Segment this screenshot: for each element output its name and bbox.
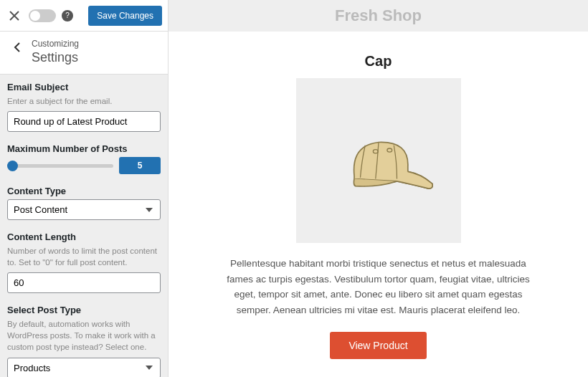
slider-value-badge: 5 — [119, 157, 161, 174]
content-length-label: Content Length — [7, 232, 161, 242]
preview-toggle[interactable] — [29, 9, 56, 22]
email-subject-input[interactable] — [7, 111, 161, 132]
content-type-label: Content Type — [7, 186, 161, 196]
preview-pane: Fresh Shop Cap Pellentesque habitant mor… — [169, 0, 588, 377]
max-posts-slider: 5 — [7, 157, 161, 174]
content-length-input[interactable] — [7, 272, 161, 293]
slider-thumb[interactable] — [7, 161, 18, 171]
preview-header: Fresh Shop — [169, 0, 588, 32]
chevron-left-icon — [14, 42, 21, 53]
panel-overline: Customizing — [32, 39, 79, 49]
product-image — [296, 78, 461, 243]
preview-body: Cap Pellentesque habitant morbi tristiqu… — [169, 32, 588, 377]
shop-brand: Fresh Shop — [335, 6, 422, 25]
content-type-select[interactable]: Post Content — [7, 199, 161, 220]
email-subject-label: Email Subject — [7, 82, 161, 92]
cap-icon — [318, 114, 440, 207]
content-length-hint: Number of words to limit the post conten… — [7, 245, 161, 268]
panel-title-block: Customizing Settings — [32, 39, 79, 65]
fields-container: Email Subject Enter a subject for the em… — [0, 75, 168, 377]
panel-header: Customizing Settings — [0, 32, 168, 75]
field-post-type: Select Post Type By default, automation … — [7, 305, 161, 377]
post-type-select[interactable]: Products — [7, 358, 161, 377]
post-type-label: Select Post Type — [7, 305, 161, 315]
help-icon[interactable]: ? — [62, 10, 73, 22]
max-posts-label: Maximum Number of Posts — [7, 143, 161, 154]
view-product-button[interactable]: View Product — [330, 332, 426, 359]
slider-track[interactable] — [7, 164, 113, 168]
product-title: Cap — [212, 53, 545, 70]
field-content-length: Content Length Number of words to limit … — [7, 232, 161, 293]
panel-title: Settings — [32, 50, 79, 65]
field-email-subject: Email Subject Enter a subject for the em… — [7, 82, 161, 132]
save-button[interactable]: Save Changes — [88, 6, 162, 26]
post-type-hint: By default, automation works with WordPr… — [7, 318, 161, 353]
product-description: Pellentesque habitant morbi tristique se… — [221, 256, 536, 318]
email-subject-hint: Enter a subject for the email. — [7, 95, 161, 107]
customizer-sidebar: ? Save Changes Customizing Settings Emai… — [0, 0, 169, 377]
field-content-type: Content Type Post Content — [7, 186, 161, 220]
customizer-topbar: ? Save Changes — [0, 0, 168, 32]
field-max-posts: Maximum Number of Posts 5 — [7, 143, 161, 174]
back-button[interactable] — [10, 42, 24, 53]
close-icon — [9, 11, 19, 21]
close-button[interactable] — [6, 7, 23, 24]
